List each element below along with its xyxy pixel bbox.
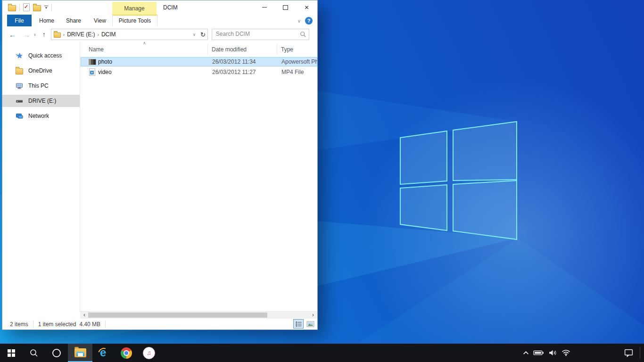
breadcrumb: › DRIVE (E:) › DCIM [51, 31, 190, 38]
scroll-right-icon[interactable]: › [310, 312, 316, 319]
horizontal-scrollbar[interactable]: ‹ › [80, 311, 317, 319]
refresh-icon[interactable]: ↻ [198, 31, 207, 38]
address-bar[interactable]: › DRIVE (E:) › DCIM ∨ ↻ [51, 29, 208, 40]
search-icon[interactable] [300, 31, 306, 38]
start-button[interactable] [0, 344, 23, 362]
forward-button[interactable]: → [23, 31, 30, 39]
scrollbar-thumb[interactable] [88, 313, 267, 318]
column-headers: ∧ Name Date modified Type [80, 42, 317, 56]
internet-explorer-button[interactable]: e [92, 344, 115, 362]
minimize-button[interactable] [254, 0, 275, 14]
recent-locations-chevron-icon[interactable]: ∨ [33, 33, 36, 37]
qat-separator [19, 4, 20, 11]
address-dropdown-icon[interactable]: ∨ [190, 33, 198, 37]
sidebar-item-drive-e[interactable]: DRIVE (E:) [2, 95, 80, 107]
details-view-icon [295, 321, 302, 327]
file-explorer-taskbar-button[interactable] [68, 344, 92, 362]
sort-ascending-icon[interactable]: ∧ [143, 42, 146, 45]
sidebar-item-label: This PC [28, 82, 49, 89]
hidden-icons-chevron-icon[interactable] [523, 351, 529, 355]
thumbnails-view-button[interactable] [305, 319, 315, 329]
file-name: video [98, 69, 112, 75]
tab-file[interactable]: File [7, 15, 32, 26]
items-count: 2 items [10, 321, 28, 328]
tab-picture-tools[interactable]: Picture Tools [112, 15, 157, 26]
sidebar-item-this-pc[interactable]: This PC [2, 80, 80, 92]
ribbon-right-controls: ∨ ? [297, 15, 313, 27]
system-tray [523, 344, 570, 362]
window-title: DCIM [163, 0, 178, 15]
quick-access-toolbar: ✓ ▼ [8, 3, 52, 11]
file-row-photo[interactable]: photo 26/03/2012 11:34 Apowersoft Pho [81, 57, 317, 66]
column-header-name[interactable]: Name [89, 46, 104, 53]
qat-separator [51, 4, 52, 11]
tab-view[interactable]: View [89, 15, 111, 26]
folder-icon [54, 33, 61, 38]
navigation-bar: ← → ∨ ↑ › DRIVE (E:) › DCIM ∨ ↻ [2, 27, 317, 42]
breadcrumb-item-dcim[interactable]: DCIM [101, 31, 116, 38]
title-bar[interactable]: ✓ ▼ Manage DCIM ✕ [2, 0, 317, 15]
details-view-button[interactable] [293, 319, 304, 329]
navigation-pane: Quick access OneDrive This PC DRIVE (E:) [2, 42, 80, 312]
file-name: photo [98, 58, 112, 65]
manage-contextual-label[interactable]: Manage [112, 2, 157, 15]
internet-explorer-icon: e [98, 347, 110, 359]
chevron-down-icon[interactable]: ∨ [297, 18, 301, 24]
back-button[interactable]: ← [9, 31, 16, 39]
battery-icon[interactable] [533, 349, 544, 356]
scroll-left-icon[interactable]: ‹ [81, 312, 88, 319]
selection-count: 1 item selected [38, 321, 76, 328]
column-header-type[interactable]: Type [281, 46, 293, 53]
cortana-button[interactable] [45, 344, 68, 362]
column-separator[interactable] [207, 44, 208, 55]
explorer-folder-icon [8, 5, 16, 11]
sidebar-item-network[interactable]: Network [2, 110, 80, 122]
thumbnails-view-icon [306, 321, 314, 327]
volume-icon[interactable] [548, 349, 557, 356]
itunes-icon: ♫ [143, 347, 155, 359]
properties-icon[interactable]: ✓ [23, 3, 30, 11]
itunes-button[interactable]: ♫ [138, 344, 160, 362]
action-center-icon[interactable] [624, 348, 634, 358]
tab-share[interactable]: Share [62, 15, 85, 26]
breadcrumb-item-drive[interactable]: DRIVE (E:) [67, 31, 95, 38]
sidebar-item-label: OneDrive [28, 67, 52, 74]
network-icon [16, 112, 23, 120]
wifi-icon[interactable] [561, 349, 570, 356]
sidebar-item-onedrive[interactable]: OneDrive [2, 65, 80, 77]
up-button[interactable]: ↑ [42, 31, 46, 38]
show-desktop-button[interactable] [640, 347, 640, 359]
new-folder-icon[interactable] [33, 5, 41, 11]
file-type: Apowersoft Pho [281, 58, 317, 65]
file-type: MP4 File [281, 69, 317, 75]
column-header-date-modified[interactable]: Date modified [212, 46, 247, 53]
this-pc-icon [16, 82, 23, 90]
sidebar-item-quick-access[interactable]: Quick access [2, 49, 80, 62]
file-date-modified: 26/03/2012 11:34 [212, 58, 256, 65]
search-input[interactable] [212, 29, 301, 39]
view-buttons [293, 319, 315, 329]
tab-home[interactable]: Home [35, 15, 58, 26]
breadcrumb-separator-icon: › [98, 32, 99, 37]
sidebar-item-label: Quick access [28, 52, 62, 59]
chrome-button[interactable] [115, 344, 138, 362]
breadcrumb-separator-icon: › [63, 32, 65, 37]
minimize-icon [262, 7, 267, 8]
file-list: ∧ Name Date modified Type photo 26/03/20… [80, 42, 317, 312]
taskbar: e ♫ [0, 344, 644, 362]
search-box[interactable] [212, 29, 309, 40]
taskbar-search-button[interactable] [23, 344, 45, 362]
customize-qat-icon[interactable]: ▼ [44, 6, 48, 9]
drive-icon [16, 97, 23, 105]
column-separator[interactable] [277, 44, 277, 55]
help-icon[interactable]: ? [305, 17, 313, 25]
file-row-video[interactable]: video 26/03/2012 11:27 MP4 File [81, 67, 317, 77]
sidebar-item-label: DRIVE (E:) [28, 98, 56, 104]
sidebar-item-label: Network [28, 113, 49, 119]
taskbar-buttons: e ♫ [0, 344, 160, 362]
close-button[interactable]: ✕ [296, 0, 317, 14]
cortana-icon [52, 349, 61, 357]
maximize-button[interactable] [275, 0, 296, 14]
start-icon [8, 349, 15, 357]
photo-thumbnail-icon [89, 59, 96, 65]
